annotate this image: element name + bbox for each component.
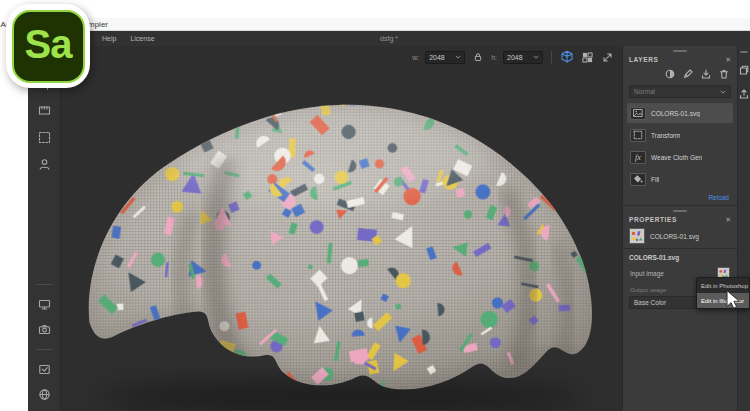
cloth-render[interactable] xyxy=(75,72,607,410)
close-icon[interactable]: ✕ xyxy=(725,216,731,223)
cube-3d-icon[interactable] xyxy=(560,50,574,64)
feedback-icon[interactable] xyxy=(28,359,61,380)
blend-mode-select[interactable]: Normal xyxy=(629,85,731,98)
app-window: Adobe Substance 3D Sampler dsfg * Help L… xyxy=(28,18,750,411)
menu-bar: dsfg * Help License xyxy=(28,31,750,46)
width-value: 2048 xyxy=(429,54,445,61)
import-icon[interactable] xyxy=(701,69,711,79)
left-toolbar xyxy=(28,46,61,411)
user-icon[interactable] xyxy=(28,154,61,175)
chevron-down-icon xyxy=(720,90,726,94)
input-image-label: Input image xyxy=(630,270,664,277)
layers-panel-header: LAYERS ✕ xyxy=(623,54,737,65)
camera-icon[interactable] xyxy=(28,319,61,340)
left-toolbar-top xyxy=(28,73,60,175)
layer-row-fill[interactable]: Fill xyxy=(627,169,733,189)
substance-sampler-badge: Sa xyxy=(6,4,90,88)
viewport-3d[interactable]: w: 2048 h: 2048 xyxy=(61,46,622,411)
transform-icon xyxy=(630,129,646,142)
layer-row-colors[interactable]: COLORS-01.svg xyxy=(627,103,733,123)
marquee-icon[interactable] xyxy=(28,127,61,148)
viewport-toolbar: w: 2048 h: 2048 xyxy=(61,46,622,68)
layer-row-transform[interactable]: Transform xyxy=(627,125,733,145)
lock-icon[interactable] xyxy=(471,50,485,64)
properties-panel-title: PROPERTIES xyxy=(629,216,677,223)
colors-thumbnail xyxy=(629,228,645,244)
panel-drag-handle[interactable] xyxy=(673,210,687,212)
export-icon[interactable] xyxy=(739,85,749,95)
image-icon xyxy=(630,107,646,120)
fill-icon xyxy=(630,173,646,186)
layer-name: Fill xyxy=(651,176,659,183)
layer-name: COLORS-01.svg xyxy=(651,110,700,117)
layer-row-weave[interactable]: fx Weave Cloth Gen xyxy=(627,147,733,167)
divider xyxy=(551,51,552,64)
trash-icon[interactable] xyxy=(719,69,729,79)
adjustment-icon[interactable] xyxy=(665,69,675,79)
far-right-strip xyxy=(737,46,750,411)
height-label: h: xyxy=(491,54,497,61)
chevron-down-icon xyxy=(455,55,461,59)
height-select[interactable]: 2048 xyxy=(503,51,543,64)
left-toolbar-bottom xyxy=(28,279,60,405)
layer-name: Transform xyxy=(651,132,680,139)
effects-icon[interactable] xyxy=(683,69,693,79)
fx-icon: fx xyxy=(630,151,646,164)
panels-icon[interactable] xyxy=(739,61,749,71)
properties-panel-header: PROPERTIES ✕ xyxy=(623,214,737,225)
main-area: w: 2048 h: 2048 xyxy=(28,46,750,411)
layers-toolbar xyxy=(623,65,737,82)
height-value: 2048 xyxy=(507,54,523,61)
close-icon[interactable]: ✕ xyxy=(725,56,731,63)
document-title: dsfg * xyxy=(28,35,750,42)
properties-section-title: COLORS-01.svg xyxy=(623,249,737,264)
web-icon[interactable] xyxy=(28,384,61,405)
display-icon[interactable] xyxy=(28,294,61,315)
panel-drag-handle[interactable] xyxy=(740,51,748,53)
divider xyxy=(623,205,737,206)
layer-name: Weave Cloth Gen xyxy=(651,154,702,161)
divider xyxy=(36,284,53,285)
width-label: w: xyxy=(412,54,419,61)
blend-mode-value: Normal xyxy=(634,88,655,95)
selected-layer-name: COLORS-01.svg xyxy=(650,233,699,240)
titlebar[interactable]: Adobe Substance 3D Sampler xyxy=(28,18,750,31)
selected-layer-summary: COLORS-01.svg xyxy=(623,225,737,248)
mouse-cursor xyxy=(725,290,742,310)
right-panel: LAYERS ✕ Normal xyxy=(622,46,737,411)
badge-label: Sa xyxy=(25,22,72,67)
output-usage-value: Base Color xyxy=(634,299,666,306)
layer-list: COLORS-01.svg Transform fx Weave Cloth G… xyxy=(623,102,737,192)
divider xyxy=(36,349,53,350)
layers-panel-title: LAYERS xyxy=(629,56,658,63)
badge-tile: Sa xyxy=(12,10,85,83)
tile-2d-icon[interactable] xyxy=(580,50,594,64)
reload-link[interactable]: Reload xyxy=(623,192,737,205)
panel-drag-handle[interactable] xyxy=(673,50,687,52)
width-select[interactable]: 2048 xyxy=(425,51,465,64)
straighten-icon[interactable] xyxy=(28,100,61,121)
expand-icon[interactable] xyxy=(600,50,614,64)
chevron-down-icon xyxy=(533,55,539,59)
